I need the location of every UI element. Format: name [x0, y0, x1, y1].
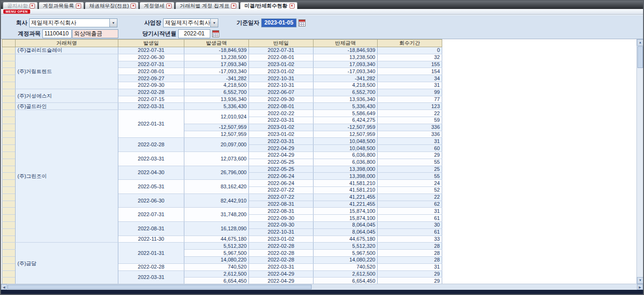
cell-collection-days[interactable]: 30	[378, 221, 442, 228]
cell-occurrence-amount[interactable]: 4,218,500	[184, 82, 249, 89]
column-header[interactable]: 반제금액	[314, 40, 378, 47]
cell-customer-name[interactable]: (주)골드라인	[16, 103, 118, 110]
cell-occurrence-date[interactable]: 2022-06-30	[118, 194, 184, 208]
column-header[interactable]: 반제일	[249, 40, 314, 47]
cell-customer-name[interactable]: (주)금담	[16, 243, 118, 284]
tab-close-icon[interactable]: ×	[76, 3, 81, 8]
cell-settlement-amount[interactable]: 13,238,500	[314, 54, 378, 61]
cell-occurrence-date[interactable]: 2022-04-30	[118, 166, 184, 180]
cell-settlement-date[interactable]: 2022-10-31	[249, 82, 314, 89]
cell-settlement-date[interactable]: 2022-08-01	[249, 103, 314, 110]
cell-settlement-date[interactable]: 2023-01-02	[249, 68, 314, 75]
cell-settlement-amount[interactable]: 6,424,275	[314, 117, 378, 124]
cell-occurrence-amount[interactable]: 6,552,700	[184, 89, 249, 96]
cell-occurrence-date[interactable]: 2022-08-31	[118, 221, 184, 236]
cell-settlement-date[interactable]: 2022-09-30	[249, 221, 314, 228]
cell-occurrence-amount[interactable]: 12,010,924	[184, 110, 249, 124]
row-selector[interactable]	[2, 243, 16, 250]
cell-settlement-date[interactable]: 2022-09-30	[249, 215, 314, 222]
cell-settlement-date[interactable]: 2023-01-02	[249, 61, 314, 68]
cell-collection-days[interactable]: 99	[378, 89, 442, 96]
cell-collection-days[interactable]: 31	[378, 263, 442, 270]
cell-occurrence-amount[interactable]: 5,512,320	[184, 243, 249, 250]
cell-occurrence-amount[interactable]: 16,128,090	[184, 221, 249, 236]
column-header[interactable]: 발생일	[118, 40, 184, 47]
calendar-icon[interactable]	[212, 30, 219, 37]
cell-collection-days[interactable]: 155	[378, 61, 442, 68]
cell-collection-days[interactable]: 28	[378, 250, 442, 257]
cell-customer-name[interactable]: (주)거림트렌드	[16, 54, 118, 89]
cell-settlement-amount[interactable]: 5,336,430	[314, 103, 378, 110]
cell-occurrence-amount[interactable]: 6,654,450	[184, 278, 249, 284]
cell-occurrence-date[interactable]: 2022-05-31	[118, 180, 184, 194]
cell-occurrence-date[interactable]: 2022-07-15	[118, 96, 184, 103]
row-selector[interactable]	[2, 173, 16, 180]
row-selector[interactable]	[2, 68, 16, 75]
tab-close-icon[interactable]: ×	[30, 3, 35, 8]
cell-settlement-amount[interactable]: 13,398,000	[314, 166, 378, 173]
cell-occurrence-date[interactable]: 2022-11-30	[118, 236, 184, 243]
cell-collection-days[interactable]: 25	[378, 166, 442, 173]
cell-collection-days[interactable]: 154	[378, 68, 442, 75]
horizontal-scrollbar[interactable]: ◀ ▶	[1, 284, 643, 290]
cell-customer-name[interactable]: (주)그린조이	[16, 110, 118, 243]
cell-occurrence-amount[interactable]: 740,520	[184, 263, 249, 270]
cell-settlement-amount[interactable]: 17,093,340	[314, 61, 378, 68]
scroll-left-icon[interactable]: ◀	[1, 284, 7, 290]
cell-settlement-amount[interactable]: 44,675,180	[314, 236, 378, 243]
row-selector[interactable]	[2, 117, 16, 124]
row-selector[interactable]	[2, 96, 16, 103]
cell-occurrence-amount[interactable]: 2,612,500	[184, 270, 249, 278]
tab-close-icon[interactable]: ×	[289, 3, 295, 8]
tab-2[interactable]: 계정과목등록×	[39, 2, 84, 9]
cell-settlement-date[interactable]: 2022-04-29	[249, 145, 314, 152]
cell-settlement-amount[interactable]: 740,520	[314, 263, 378, 270]
cell-occurrence-date[interactable]: 2022-07-31	[118, 61, 184, 68]
cell-collection-days[interactable]: 55	[378, 159, 442, 166]
cell-occurrence-amount[interactable]: 31,748,200	[184, 208, 249, 222]
cell-settlement-date[interactable]: 2022-08-31	[249, 208, 314, 215]
cell-collection-days[interactable]: 62	[378, 201, 442, 208]
cell-collection-days[interactable]: 123	[378, 103, 442, 110]
cell-occurrence-amount[interactable]: 82,442,910	[184, 194, 249, 208]
cell-settlement-amount[interactable]: 41,581,210	[314, 180, 378, 187]
cell-settlement-date[interactable]: 2022-04-29	[249, 270, 314, 278]
cell-occurrence-amount[interactable]: 13,936,340	[184, 96, 249, 103]
cell-settlement-amount[interactable]: 6,654,450	[314, 278, 378, 284]
row-selector[interactable]	[2, 256, 16, 263]
cell-settlement-date[interactable]: 2022-08-31	[249, 201, 314, 208]
row-selector[interactable]	[2, 215, 16, 222]
cell-settlement-date[interactable]: 2022-06-07	[249, 89, 314, 96]
cell-occurrence-amount[interactable]: 13,238,500	[184, 54, 249, 61]
tab-4[interactable]: 계정명세×	[140, 2, 174, 9]
cell-settlement-date[interactable]: 2022-07-31	[249, 47, 314, 54]
cell-settlement-amount[interactable]: -341,282	[314, 75, 378, 82]
cell-occurrence-amount[interactable]: 5,967,500	[184, 250, 249, 257]
row-selector[interactable]	[2, 180, 16, 187]
vertical-scrollbar[interactable]: ▲ ▼	[636, 39, 643, 284]
vertical-scroll-thumb[interactable]	[637, 46, 643, 68]
cell-collection-days[interactable]: 29	[378, 152, 442, 159]
row-selector[interactable]	[2, 152, 16, 159]
cell-settlement-amount[interactable]: 13,936,340	[314, 96, 378, 103]
row-selector[interactable]	[2, 263, 16, 270]
cell-collection-days[interactable]: 31	[378, 208, 442, 215]
cell-collection-days[interactable]: 60	[378, 145, 442, 152]
cell-settlement-date[interactable]: 2022-05-25	[249, 166, 314, 173]
row-selector[interactable]	[2, 110, 16, 117]
cell-collection-days[interactable]: 28	[378, 256, 442, 263]
cell-occurrence-date[interactable]: 2022-01-31	[118, 243, 184, 263]
cell-settlement-amount[interactable]: 6,552,700	[314, 89, 378, 96]
cell-settlement-amount[interactable]: 14,080,220	[314, 256, 378, 263]
cell-collection-days[interactable]: 77	[378, 96, 442, 103]
row-selector[interactable]	[2, 194, 16, 201]
chevron-down-icon[interactable]: ▼	[210, 19, 218, 27]
cell-settlement-date[interactable]: 2022-06-24	[249, 180, 314, 187]
cell-settlement-amount[interactable]: 5,586,649	[314, 110, 378, 117]
column-header[interactable]: 거래처명	[16, 40, 118, 47]
row-selector[interactable]	[2, 138, 16, 145]
menu-open-button[interactable]: MENU OPEN	[3, 9, 30, 14]
cell-settlement-amount[interactable]: 5,967,500	[314, 250, 378, 257]
row-selector[interactable]	[2, 201, 16, 208]
cell-occurrence-amount[interactable]: 44,675,180	[184, 236, 249, 243]
